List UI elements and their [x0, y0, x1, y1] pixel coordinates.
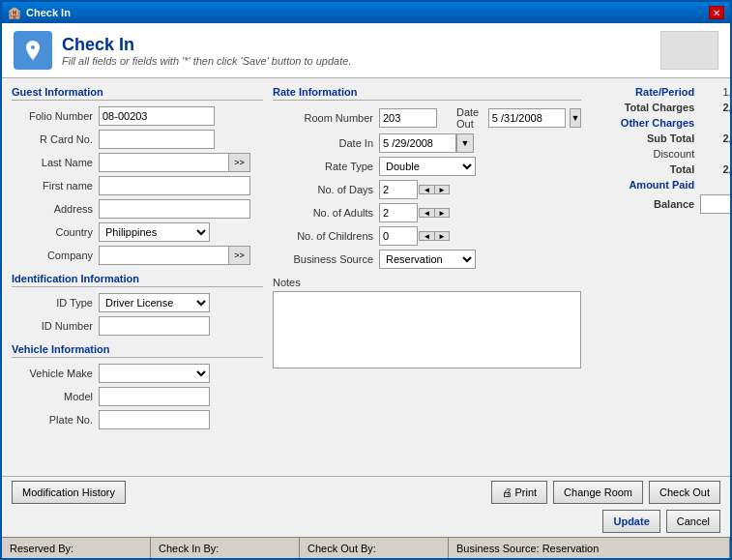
firstname-row: First name [12, 176, 263, 195]
print-btn[interactable]: 🖨 Print [491, 481, 547, 504]
checkin-icon [21, 39, 44, 62]
date-in-picker-btn[interactable]: ▼ [456, 133, 474, 153]
modification-history-btn[interactable]: Modification History [12, 481, 126, 504]
date-out-label: Date Out [456, 106, 484, 130]
total-row: Total 2,916.00 [608, 163, 730, 175]
cancel-btn[interactable]: Cancel [666, 510, 720, 533]
balance-input[interactable] [700, 194, 730, 214]
main-content: Guest Information Folio Number 08-00203 … [2, 78, 730, 476]
reserved-by-segment: Reserved By: [2, 538, 151, 558]
sub-total-label: Sub Total [608, 133, 700, 144]
address-input[interactable] [99, 199, 250, 219]
childrens-spinner: ◄ ► [419, 231, 450, 241]
childrens-decrement-btn[interactable]: ◄ [419, 231, 434, 241]
date-out-input[interactable] [488, 108, 566, 128]
folio-row: Folio Number 08-00203 [12, 106, 263, 126]
rcard-input[interactable] [99, 130, 215, 149]
childrens-input[interactable] [379, 226, 418, 246]
rate-period-label: Rate/Period [608, 86, 700, 98]
other-charges-value: 0.00 [700, 117, 730, 129]
header-text: Check In Fill all fields or fields with … [62, 35, 351, 67]
rate-type-row: Rate Type Double [273, 157, 581, 176]
amount-paid-row: Amount Paid 0.00 [608, 179, 730, 191]
country-row: Country Philippines [12, 222, 263, 242]
company-row: Company >> [12, 246, 263, 265]
middle-panel: Rate Information Room Number Date Out ▼ … [273, 86, 581, 468]
business-source-segment: Business Source: Reservation [449, 538, 730, 558]
vehicle-make-label: Vehicle Make [12, 368, 99, 379]
id-number-input[interactable] [99, 316, 210, 336]
lastname-field-group: >> [99, 153, 250, 172]
amount-paid-label: Amount Paid [608, 179, 700, 191]
model-input[interactable] [99, 387, 210, 406]
room-row: Room Number Date Out ▼ [273, 106, 581, 130]
adults-decrement-btn[interactable]: ◄ [419, 208, 434, 218]
vehicle-make-select[interactable] [99, 364, 210, 383]
other-charges-label: Other Charges [608, 117, 700, 129]
firstname-input[interactable] [99, 176, 250, 195]
check-in-by-label: Check In By: [159, 543, 219, 554]
country-select[interactable]: Philippines [99, 222, 210, 242]
days-input[interactable] [379, 180, 418, 199]
lastname-row: Last Name >> [12, 153, 263, 172]
room-input[interactable] [379, 108, 437, 128]
header-icon [14, 31, 52, 70]
address-label: Address [12, 203, 99, 215]
rate-period-row: Rate/Period 1,458.00 [608, 86, 730, 98]
print-label: Print [514, 486, 537, 498]
country-label: Country [12, 226, 99, 238]
check-in-by-segment: Check In By: [151, 538, 300, 558]
lastname-browse-btn[interactable]: >> [229, 153, 250, 172]
button-row: Modification History 🖨 Print Change Room… [2, 476, 730, 508]
right-panel: Rate/Period 1,458.00 Total Charges 2,916… [608, 86, 730, 468]
check-out-by-label: Check Out By: [307, 543, 376, 554]
header-subtitle: Fill all fields or fields with '*' then … [62, 55, 351, 67]
folio-label: Folio Number [12, 110, 99, 122]
sub-total-value: 2,916.00 [700, 133, 730, 144]
check-out-btn[interactable]: Check Out [649, 481, 720, 504]
date-out-picker-btn[interactable]: ▼ [570, 108, 581, 128]
status-bar: Reserved By: Check In By: Check Out By: … [2, 537, 730, 558]
business-source-select[interactable]: Reservation [379, 250, 476, 269]
date-in-label: Date In [273, 137, 379, 149]
vehicle-make-row: Vehicle Make [12, 364, 263, 383]
childrens-row: No. of Childrens ◄ ► [273, 226, 581, 246]
amount-paid-value: 0.00 [700, 179, 730, 191]
company-browse-btn[interactable]: >> [229, 246, 250, 265]
print-icon: 🖨 [502, 486, 512, 498]
notes-textarea[interactable] [273, 291, 581, 368]
plate-label: Plate No. [12, 414, 99, 426]
id-number-row: ID Number [12, 316, 263, 336]
title-icon: 🏨 [8, 7, 21, 19]
total-charges-label: Total Charges [608, 102, 700, 113]
adults-increment-btn[interactable]: ► [434, 208, 450, 218]
childrens-increment-btn[interactable]: ► [434, 231, 450, 241]
discount-row: Discount 0 % [608, 148, 730, 160]
vehicle-info-title: Vehicle Information [12, 343, 263, 358]
adults-label: No. of Adults [273, 207, 379, 219]
company-input[interactable] [99, 246, 229, 265]
plate-input[interactable] [99, 410, 210, 429]
title-bar-left: 🏨 Check In [8, 7, 71, 19]
id-info-title: Identification Information [12, 273, 263, 287]
rate-period-value: 1,458.00 [700, 86, 730, 98]
days-decrement-btn[interactable]: ◄ [419, 185, 434, 194]
rcard-row: R Card No. [12, 130, 263, 149]
date-in-input[interactable] [379, 133, 456, 153]
folio-input[interactable]: 08-00203 [99, 106, 215, 126]
balance-row: Balance [608, 194, 730, 214]
days-increment-btn[interactable]: ► [434, 185, 450, 194]
days-label: No. of Days [273, 184, 379, 195]
business-source-row: Business Source Reservation [273, 250, 581, 269]
rate-type-select[interactable]: Double [379, 157, 476, 176]
lastname-input[interactable] [99, 153, 229, 172]
date-in-row: Date In ▼ [273, 133, 581, 153]
close-button[interactable]: ✕ [709, 6, 724, 19]
business-source-status: Business Source: Reservation [456, 543, 599, 554]
business-source-label: Business Source [273, 253, 379, 265]
update-btn[interactable]: Update [602, 510, 659, 533]
id-type-select[interactable]: Driver License [99, 293, 210, 312]
change-room-btn[interactable]: Change Room [553, 481, 643, 504]
adults-input[interactable] [379, 203, 418, 222]
check-in-window: 🏨 Check In ✕ Check In Fill all fields or… [0, 0, 732, 560]
